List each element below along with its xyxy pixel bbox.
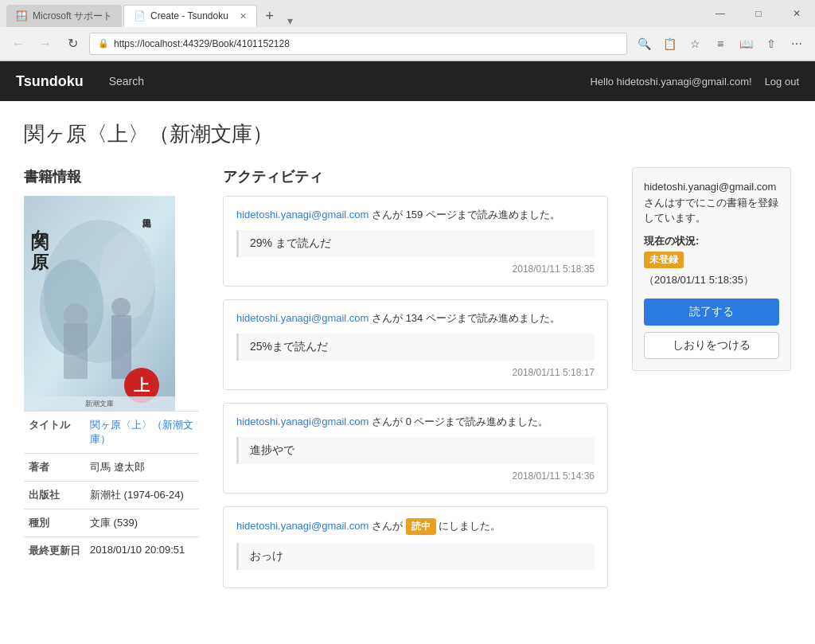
favorites-button[interactable]: ☆ <box>684 33 705 54</box>
activity-action-text-before: さんが <box>369 520 405 532</box>
window-controls: — □ ✕ <box>702 0 815 30</box>
book-cover-svg: 関ヶ原 司馬遼太郎 上 新潮文庫 <box>24 196 175 411</box>
svg-point-6 <box>64 303 88 327</box>
activity-action-text: さんが 159 ページまで読み進めました。 <box>369 209 560 221</box>
activity-entry-header: hidetoshi.yanagi@gmail.com さんが 読中 にしました。 <box>236 518 595 535</box>
detail-value: 文庫 (539) <box>85 509 199 537</box>
detail-label: 最終更新日 <box>24 537 85 565</box>
activity-user-link[interactable]: hidetoshi.yanagi@gmail.com <box>236 209 369 221</box>
activity-timestamp: 2018/01/11 5:14:36 <box>236 470 595 482</box>
book-cover: 関ヶ原 司馬遼太郎 上 新潮文庫 <box>24 196 175 411</box>
more-button[interactable]: ⋯ <box>786 33 807 54</box>
activity-user-link[interactable]: hidetoshi.yanagi@gmail.com <box>236 416 369 427</box>
svg-text:上: 上 <box>134 377 150 394</box>
activity-entry: hidetoshi.yanagi@gmail.com さんが 読中 にしました。… <box>223 506 608 588</box>
sidebar-status-date: （2018/01/11 5:18:35） <box>644 273 754 287</box>
svg-point-7 <box>111 298 131 317</box>
book-detail-row-last: 最終更新日 2018/01/10 20:09:51 <box>24 537 199 565</box>
bookmark-button[interactable]: しおりをつける <box>644 332 779 359</box>
refresh-button[interactable]: ↻ <box>62 33 83 54</box>
browser-tabs-container: 🪟 Microsoft サポート 📄 Create - Tsundoku ✕ +… <box>6 0 699 27</box>
navbar-right: Hello hidetoshi.yanagi@gmail.com! Log ou… <box>590 76 799 88</box>
new-tab-button[interactable]: + <box>259 5 281 27</box>
lock-icon: 🔒 <box>98 38 109 49</box>
activity-action-text-after: にしました。 <box>436 520 501 532</box>
navbar-brand[interactable]: Tsundoku <box>16 73 84 90</box>
detail-label: 出版社 <box>24 482 85 509</box>
main-layout: 書籍情報 <box>24 167 791 601</box>
detail-value: 司馬 遼太郎 <box>85 454 199 482</box>
tab-create-tsundoku[interactable]: 📄 Create - Tsundoku ✕ <box>123 5 257 27</box>
sidebar-status-badge: 未登録 <box>644 252 684 268</box>
svg-rect-5 <box>111 315 131 379</box>
book-detail-row: タイトル 関ヶ原〈上〉（新潮文庫） <box>24 412 199 454</box>
tab-favicon: 🪟 <box>16 10 28 21</box>
minimize-button[interactable]: — <box>702 0 739 30</box>
page-content: 関ヶ原〈上〉（新潮文庫） 書籍情報 <box>0 101 815 620</box>
activity-content: 29% まで読んだ <box>236 230 595 257</box>
forward-button[interactable]: → <box>35 33 56 54</box>
book-detail-row: 出版社 新潮社 (1974-06-24) <box>24 482 199 509</box>
tab-label: Create - Tsundoku <box>150 10 228 21</box>
activity-content: おっけ <box>236 543 595 570</box>
reader-button[interactable]: 📖 <box>735 33 756 54</box>
sidebar-card: hidetoshi.yanagi@gmail.com さんはすでにこの書籍を登録… <box>632 167 791 371</box>
activity-entry-header: hidetoshi.yanagi@gmail.com さんが 159 ページまで… <box>236 208 595 222</box>
activity-content: 25%まで読んだ <box>236 334 595 361</box>
hub-button[interactable]: ≡ <box>710 33 731 54</box>
browser-actions: 🔍 📋 ☆ ≡ 📖 ⇧ ⋯ <box>634 33 807 54</box>
activity-user-link[interactable]: hidetoshi.yanagi@gmail.com <box>236 312 369 324</box>
svg-text:新潮文庫: 新潮文庫 <box>85 400 114 408</box>
activity-entry-header: hidetoshi.yanagi@gmail.com さんが 0 ページまで読み… <box>236 415 595 429</box>
book-detail-row: 著者 司馬 遼太郎 <box>24 454 199 482</box>
activity-content: 進捗やで <box>236 437 595 464</box>
tab-microsoft-support[interactable]: 🪟 Microsoft サポート <box>6 5 122 27</box>
detail-label: 著者 <box>24 454 85 482</box>
book-detail-row: 種別 文庫 (539) <box>24 509 199 537</box>
address-bar-row: ← → ↻ 🔒 https://localhost:44329/Book/410… <box>0 27 815 60</box>
navbar-search-link[interactable]: Search <box>103 72 150 91</box>
address-bar[interactable]: 🔒 https://localhost:44329/Book/410115212… <box>89 33 627 55</box>
detail-value: 関ヶ原〈上〉（新潮文庫） <box>85 412 199 454</box>
navbar-user-greeting: Hello hidetoshi.yanagi@gmail.com! <box>590 76 751 88</box>
activity-action-text: さんが 134 ページまで読み進めました。 <box>369 312 560 324</box>
activity-user-link[interactable]: hidetoshi.yanagi@gmail.com <box>236 520 369 532</box>
book-info-heading: 書籍情報 <box>24 167 199 186</box>
close-button[interactable]: ✕ <box>778 0 815 30</box>
detail-label: 種別 <box>24 509 85 537</box>
share-button[interactable]: ⇧ <box>761 33 782 54</box>
activity-column: アクティビティ hidetoshi.yanagi@gmail.com さんが 1… <box>223 167 608 601</box>
activity-heading: アクティビティ <box>223 167 608 186</box>
activity-entry: hidetoshi.yanagi@gmail.com さんが 134 ページまで… <box>223 299 608 390</box>
activity-action-text: さんが 0 ページまで読み進めました。 <box>369 416 548 427</box>
detail-label: タイトル <box>24 412 85 454</box>
navbar-logout-link[interactable]: Log out <box>765 76 799 88</box>
page-title: 関ヶ原〈上〉（新潮文庫） <box>24 120 791 148</box>
activity-entry: hidetoshi.yanagi@gmail.com さんが 159 ページまで… <box>223 196 608 287</box>
tab-overflow-button[interactable]: ▾ <box>283 14 298 27</box>
back-button[interactable]: ← <box>8 33 29 54</box>
tab-label: Microsoft サポート <box>33 10 112 23</box>
book-title-link[interactable]: 関ヶ原〈上〉（新潮文庫） <box>90 419 193 445</box>
sidebar-status-label: 現在の状況: <box>644 234 779 248</box>
svg-rect-4 <box>64 323 88 379</box>
tab-close-button[interactable]: ✕ <box>240 11 247 21</box>
maximize-button[interactable]: □ <box>740 0 777 30</box>
book-detail-table: タイトル 関ヶ原〈上〉（新潮文庫） 著者 司馬 遼太郎 出版社 新潮社 (197… <box>24 411 199 564</box>
reading-list-button[interactable]: 📋 <box>659 33 680 54</box>
finish-reading-button[interactable]: 読了する <box>644 299 779 326</box>
activity-timestamp: 2018/01/11 5:18:17 <box>236 367 595 378</box>
detail-value: 2018/01/10 20:09:51 <box>85 537 199 565</box>
activity-timestamp: 2018/01/11 5:18:35 <box>236 263 595 275</box>
activity-entry-header: hidetoshi.yanagi@gmail.com さんが 134 ページまで… <box>236 311 595 326</box>
browser-chrome: 🪟 Microsoft サポート 📄 Create - Tsundoku ✕ +… <box>0 0 815 61</box>
sidebar-user-text: hidetoshi.yanagi@gmail.com さんはすでにこの書籍を登録… <box>644 179 779 226</box>
app-navbar: Tsundoku Search Hello hidetoshi.yanagi@g… <box>0 61 815 101</box>
book-info-column: 書籍情報 <box>24 167 199 601</box>
address-text: https://localhost:44329/Book/4101152128 <box>114 38 290 49</box>
detail-value: 新潮社 (1974-06-24) <box>85 482 199 509</box>
activity-entry: hidetoshi.yanagi@gmail.com さんが 0 ページまで読み… <box>223 403 608 494</box>
search-web-button[interactable]: 🔍 <box>634 33 654 54</box>
tab-favicon: 📄 <box>134 10 146 21</box>
sidebar-status-value: 未登録 （2018/01/11 5:18:35） <box>644 252 779 287</box>
